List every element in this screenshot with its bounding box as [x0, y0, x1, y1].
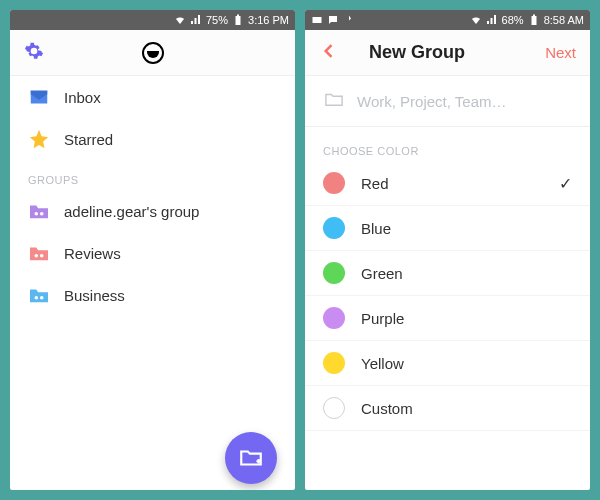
battery-level: 68% — [502, 14, 524, 26]
nav-inbox[interactable]: Inbox — [10, 76, 295, 118]
wifi-icon — [470, 14, 482, 26]
svg-rect-6 — [313, 17, 322, 23]
color-label: Purple — [361, 310, 404, 327]
wifi-icon — [174, 14, 186, 26]
color-label: Red — [361, 175, 389, 192]
color-option[interactable]: Blue — [305, 206, 590, 251]
color-label: Yellow — [361, 355, 404, 372]
gear-icon — [24, 41, 44, 61]
color-swatch — [323, 172, 345, 194]
svg-point-2 — [35, 254, 39, 258]
color-swatch — [323, 262, 345, 284]
phone-left: 75% 3:16 PM Inbox Starred GROUPS — [10, 10, 295, 490]
signal-icon — [486, 14, 498, 26]
svg-point-5 — [40, 296, 44, 300]
clock: 3:16 PM — [248, 14, 289, 26]
color-option[interactable]: Red✓ — [305, 161, 590, 206]
sidebar-list: Inbox Starred GROUPS adeline.gear's grou… — [10, 76, 295, 490]
group-folder-icon — [28, 242, 50, 264]
color-swatch — [323, 397, 345, 419]
color-option[interactable]: Green — [305, 251, 590, 296]
color-swatch — [323, 307, 345, 329]
group-name-input[interactable] — [357, 93, 572, 110]
choose-color-heading: CHOOSE COLOR — [305, 127, 590, 161]
page-title: New Group — [369, 42, 465, 63]
inbox-icon — [28, 86, 50, 108]
color-label: Green — [361, 265, 403, 282]
group-label: adeline.gear's group — [64, 203, 199, 220]
group-folder-icon — [28, 200, 50, 222]
star-icon — [28, 128, 50, 150]
group-item[interactable]: Business — [10, 274, 295, 316]
color-swatch — [323, 217, 345, 239]
statusbar-left: 75% 3:16 PM — [10, 10, 295, 30]
color-option[interactable]: Custom — [305, 386, 590, 431]
group-folder-icon — [28, 284, 50, 306]
settings-button[interactable] — [24, 41, 44, 65]
nav-starred-label: Starred — [64, 131, 113, 148]
groups-heading: GROUPS — [10, 160, 295, 190]
svg-point-3 — [40, 254, 44, 258]
statusbar-right: 68% 8:58 AM — [305, 10, 590, 30]
color-option[interactable]: Purple — [305, 296, 590, 341]
svg-point-0 — [35, 212, 39, 216]
back-button[interactable] — [319, 41, 339, 65]
color-swatch — [323, 352, 345, 374]
color-list: Red✓BlueGreenPurpleYellowCustom — [305, 161, 590, 431]
appbar-right: New Group Next — [305, 30, 590, 76]
folder-plus-icon — [238, 445, 264, 471]
chat-icon — [327, 14, 339, 26]
appbar-left — [10, 30, 295, 76]
folder-outline-icon — [323, 90, 345, 112]
nav-inbox-label: Inbox — [64, 89, 101, 106]
svg-point-1 — [40, 212, 44, 216]
color-option[interactable]: Yellow — [305, 341, 590, 386]
svg-point-4 — [35, 296, 39, 300]
checkmark-icon: ✓ — [559, 174, 572, 193]
next-button[interactable]: Next — [545, 44, 576, 61]
signal-icon — [190, 14, 202, 26]
group-label: Business — [64, 287, 125, 304]
group-label: Reviews — [64, 245, 121, 262]
battery-level: 75% — [206, 14, 228, 26]
mail-icon — [311, 14, 323, 26]
add-group-fab[interactable] — [225, 432, 277, 484]
color-label: Custom — [361, 400, 413, 417]
color-label: Blue — [361, 220, 391, 237]
phone-right: 68% 8:58 AM New Group Next CHOOSE COLOR … — [305, 10, 590, 490]
battery-icon — [232, 14, 244, 26]
chevron-left-icon — [319, 41, 339, 61]
battery-icon — [528, 14, 540, 26]
nav-starred[interactable]: Starred — [10, 118, 295, 160]
group-item[interactable]: Reviews — [10, 232, 295, 274]
clock: 8:58 AM — [544, 14, 584, 26]
group-item[interactable]: adeline.gear's group — [10, 190, 295, 232]
download-icon — [343, 14, 355, 26]
group-name-row — [305, 76, 590, 127]
app-logo-icon — [142, 42, 164, 64]
